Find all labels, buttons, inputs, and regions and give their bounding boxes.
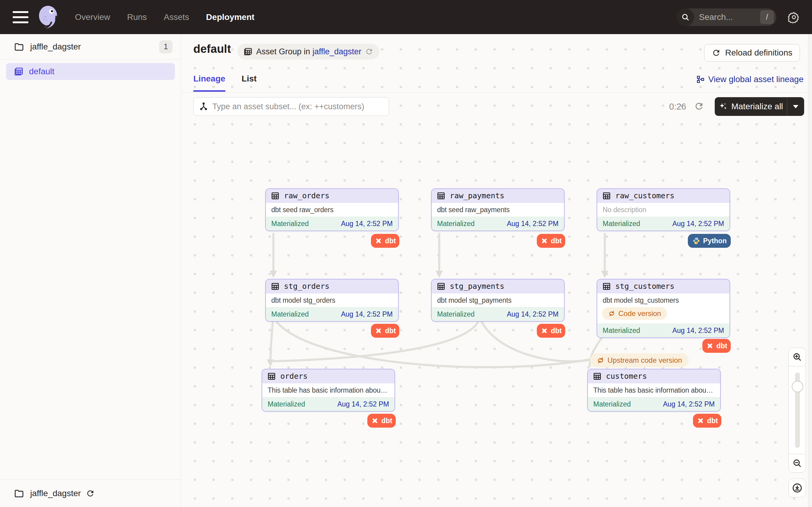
materialized-status: Materialized bbox=[271, 310, 309, 319]
asset-table-icon bbox=[271, 191, 280, 201]
scrollbar-track[interactable] bbox=[808, 34, 812, 507]
asset-node-description: dbt seed raw_orders bbox=[266, 203, 398, 217]
refresh-icon[interactable] bbox=[86, 489, 95, 498]
asset-node-customers[interactable]: customersThis table has basic informatio… bbox=[587, 369, 721, 412]
download-image-button[interactable] bbox=[789, 478, 806, 497]
asset-node-stg_customers[interactable]: stg_customersdbt model stg_customersCode… bbox=[597, 279, 730, 338]
materialize-all-button[interactable]: Materialize all bbox=[715, 97, 804, 116]
dbt-logo-icon bbox=[541, 327, 548, 335]
asset-node-orders[interactable]: ordersThis table has basic information a… bbox=[262, 369, 395, 412]
asset-node-footer: MaterializedAug 14, 2:52 PM bbox=[266, 217, 398, 231]
compute-badge-label: dbt bbox=[707, 417, 718, 425]
refresh-icon[interactable] bbox=[365, 47, 373, 56]
zoom-out-button[interactable] bbox=[789, 454, 806, 472]
zoom-slider[interactable] bbox=[789, 367, 806, 454]
tab-divider bbox=[181, 92, 812, 93]
nav-overview[interactable]: Overview bbox=[75, 12, 110, 22]
dbt-compute-badge[interactable]: dbt bbox=[702, 339, 731, 353]
asset-node-description: No description bbox=[597, 203, 729, 217]
asset-node-header: raw_payments bbox=[432, 189, 564, 203]
asset-node-description: This table has basic information about .… bbox=[262, 383, 395, 397]
search-icon bbox=[677, 8, 694, 26]
code-version-label: Code version bbox=[618, 309, 661, 318]
materialized-status: Materialized bbox=[593, 400, 631, 408]
nav-runs[interactable]: Runs bbox=[127, 12, 147, 22]
asset-node-stg_orders[interactable]: stg_ordersdbt model stg_ordersMaterializ… bbox=[265, 279, 399, 322]
zoom-slider-thumb[interactable] bbox=[792, 381, 803, 392]
dbt-compute-badge[interactable]: dbt bbox=[371, 234, 399, 248]
compute-badge-label: dbt bbox=[717, 342, 727, 350]
asset-node-description: dbt model stg_payments bbox=[432, 293, 564, 307]
compute-badge-label: dbt bbox=[385, 237, 396, 245]
asset-node-name: raw_orders bbox=[284, 191, 329, 200]
asset-node-header: stg_customers bbox=[597, 279, 729, 293]
search-placeholder: Search... bbox=[699, 12, 760, 22]
materialized-timestamp[interactable]: Aug 14, 2:52 PM bbox=[338, 400, 389, 408]
asset-group-pill-link[interactable]: jaffle_dagster bbox=[313, 47, 362, 56]
dbt-logo-icon bbox=[374, 237, 383, 245]
refresh-icon[interactable] bbox=[694, 101, 704, 111]
dbt-compute-badge[interactable]: dbt bbox=[537, 234, 565, 248]
materialized-status: Materialized bbox=[437, 220, 474, 228]
asset-node-name: stg_payments bbox=[450, 282, 504, 291]
tab-list[interactable]: List bbox=[242, 74, 257, 92]
search-input[interactable]: Search... / bbox=[677, 8, 776, 26]
search-shortcut-key: / bbox=[760, 10, 774, 24]
asset-node-name: stg_customers bbox=[615, 282, 674, 291]
code-version-icon bbox=[597, 356, 604, 364]
zoom-in-icon bbox=[792, 352, 802, 362]
python-compute-badge[interactable]: Python bbox=[688, 234, 731, 248]
upstream-code-version-label: Upstream code version bbox=[607, 356, 682, 364]
compute-badge-label: Python bbox=[703, 237, 727, 245]
dbt-compute-badge[interactable]: dbt bbox=[537, 324, 565, 338]
sidebar-item-default[interactable]: default bbox=[6, 63, 175, 80]
asset-node-description: dbt model stg_customers bbox=[597, 293, 729, 307]
materialized-timestamp[interactable]: Aug 14, 2:52 PM bbox=[663, 400, 715, 408]
dbt-compute-badge[interactable]: dbt bbox=[371, 324, 399, 338]
tab-lineage[interactable]: Lineage bbox=[193, 74, 225, 92]
dbt-compute-badge[interactable]: dbt bbox=[367, 414, 396, 428]
asset-subset-input[interactable]: Type an asset subset... (ex: ++customers… bbox=[193, 97, 389, 116]
dbt-compute-badge[interactable]: dbt bbox=[693, 414, 721, 428]
code-version-tag: Code version bbox=[602, 307, 667, 320]
gear-icon[interactable] bbox=[788, 11, 800, 23]
hamburger-menu-icon[interactable] bbox=[13, 11, 29, 23]
reload-definitions-button[interactable]: Reload definitions bbox=[704, 44, 800, 62]
code-version-icon bbox=[608, 310, 615, 317]
page-title: default bbox=[193, 43, 231, 56]
asset-table-icon bbox=[593, 372, 602, 381]
materialized-timestamp[interactable]: Aug 14, 2:52 PM bbox=[507, 310, 559, 319]
asset-node-raw_payments[interactable]: raw_paymentsdbt seed raw_paymentsMateria… bbox=[431, 188, 565, 231]
asset-table-icon bbox=[437, 191, 446, 201]
asset-node-footer: MaterializedAug 14, 2:52 PM bbox=[597, 217, 729, 231]
lineage-graph-icon bbox=[696, 75, 705, 83]
materialized-timestamp[interactable]: Aug 14, 2:52 PM bbox=[672, 327, 724, 335]
asset-node-name: stg_orders bbox=[284, 282, 329, 291]
zoom-out-icon bbox=[792, 458, 802, 468]
zoom-in-button[interactable] bbox=[789, 348, 806, 367]
download-icon bbox=[792, 483, 803, 494]
nav-deployment[interactable]: Deployment bbox=[206, 12, 254, 22]
materialized-timestamp[interactable]: Aug 14, 2:52 PM bbox=[672, 220, 724, 228]
dagster-logo-icon[interactable] bbox=[36, 4, 60, 30]
nav-assets[interactable]: Assets bbox=[164, 12, 189, 22]
materialized-timestamp[interactable]: Aug 14, 2:52 PM bbox=[341, 310, 393, 319]
asset-table-icon bbox=[602, 282, 611, 291]
asset-node-stg_payments[interactable]: stg_paymentsdbt model stg_paymentsMateri… bbox=[431, 279, 565, 322]
asset-group-pill: Asset Group in jaffle_dagster bbox=[238, 44, 379, 59]
asset-table-icon bbox=[267, 372, 276, 381]
asset-node-header: raw_orders bbox=[266, 189, 398, 203]
asset-node-description: This table has basic information about .… bbox=[588, 383, 720, 397]
materialized-timestamp[interactable]: Aug 14, 2:52 PM bbox=[507, 220, 559, 228]
main-pane: default Asset Group in jaffle_dagster Re… bbox=[181, 34, 812, 507]
sidebar-footer-label: jaffle_dagster bbox=[30, 489, 81, 498]
asset-node-raw_customers[interactable]: raw_customersNo descriptionMaterializedA… bbox=[597, 188, 730, 231]
materialize-dropdown-caret[interactable] bbox=[787, 105, 804, 108]
materialized-timestamp[interactable]: Aug 14, 2:52 PM bbox=[341, 220, 393, 228]
view-global-asset-lineage-link[interactable]: View global asset lineage bbox=[696, 74, 804, 84]
materialized-status: Materialized bbox=[437, 310, 474, 319]
asset-node-raw_orders[interactable]: raw_ordersdbt seed raw_ordersMaterialize… bbox=[265, 188, 399, 231]
asset-node-name: raw_customers bbox=[615, 191, 674, 200]
sidebar-project-row[interactable]: jaffle_dagster 1 bbox=[0, 34, 181, 59]
asset-table-icon bbox=[271, 282, 280, 291]
